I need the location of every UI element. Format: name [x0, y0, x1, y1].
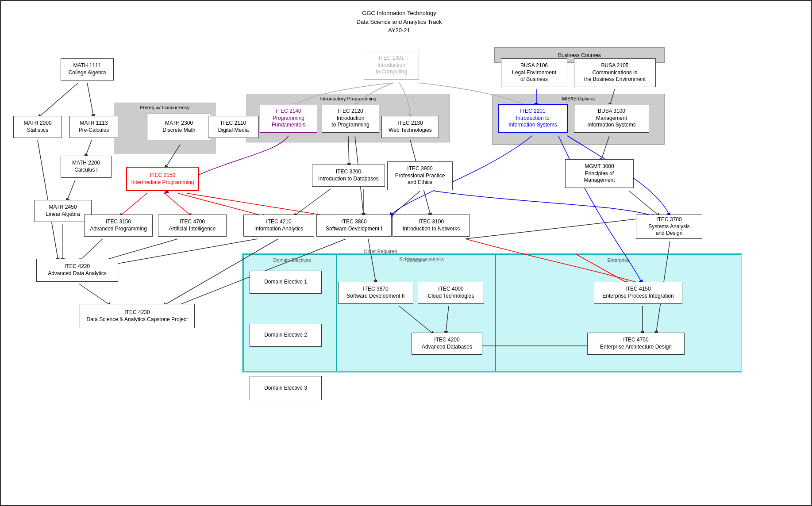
select-sequence-label: Select one sequence [399, 256, 445, 261]
svg-line-10 [187, 193, 333, 217]
svg-line-0 [38, 83, 78, 118]
domain-electives-label: Domain Electives [273, 257, 311, 263]
itec4230-node: ITEC 4230 Data Science & Analytics Capst… [80, 304, 195, 328]
svg-line-20 [293, 189, 331, 217]
itec4220-node: ITEC 4220 Advanced Data Analytics [36, 259, 118, 282]
itec3900-node: ITEC 3900 Professional Practice and Ethi… [387, 161, 453, 190]
svg-line-3 [66, 180, 75, 202]
prereq-label: Prereq w/ Concurrency [140, 105, 190, 110]
itec2110-node: ITEC 2110 Digital Media [208, 116, 259, 138]
busa2105-node: BUSA 2105 Communications in the Business… [574, 58, 656, 87]
itec2120-node: ITEC 2120 Introduction to Programming [322, 104, 379, 133]
mis-label: MIS/IS Options [562, 96, 595, 101]
svg-line-23 [466, 217, 656, 239]
intro-prog-label: Introductory Programming [320, 96, 376, 101]
de3-node: Domain Elective 3 [250, 376, 322, 400]
itec2130-node: ITEC 2130 Web Technologies [381, 116, 439, 138]
math2450-node: MATH 2450 Linear Algebra [34, 200, 92, 222]
itec4000-node: ITEC 4000 Cloud Technologies [418, 282, 484, 304]
itec1001-node: ITEC 1001 Introduction to Computing [364, 51, 419, 80]
math1113-node: MATH 1113 Pre-Calculus [69, 116, 118, 138]
svg-line-2 [85, 140, 92, 158]
itec4210-node: ITEC 4210 Information Analytics [243, 215, 314, 237]
math2000-node: MATH 2000 Statistics [13, 116, 62, 138]
mgmt3000-node: MGMT 3000 Principles of Management [565, 159, 634, 188]
de2-node: Domain Elective 2 [250, 324, 322, 347]
itec4200-node: ITEC 4200 Advanced Databases [412, 333, 482, 355]
svg-line-12 [79, 284, 112, 306]
svg-line-7 [119, 193, 147, 217]
itec4700-node: ITEC 4700 Artificial Intelligence [158, 215, 227, 237]
math1111-node: MATH 1111 College Algebra [61, 58, 114, 80]
itec2201-node: ITEC 2201 Introduction to Information Sy… [498, 104, 568, 133]
itec3700-node: ITEC 3700 Systems Analysis and Design [636, 215, 702, 239]
de1-node: Domain Elective 1 [250, 271, 322, 294]
itec3150-node: ITEC 3150 Advanced Programming [84, 215, 153, 237]
math2300-node: MATH 2300 Discrete Math [147, 114, 211, 140]
enterprise-label: Enterprise [607, 257, 629, 263]
itec3870-node: ITEC 3870 Software Development II [338, 282, 413, 304]
svg-line-8 [165, 193, 192, 217]
itec3860-node: ITEC 3860 Software Development I [316, 215, 392, 237]
svg-line-33 [390, 191, 420, 217]
svg-line-15 [103, 239, 258, 266]
itec3200-node: ITEC 3200 Introduction to Databases [312, 165, 385, 187]
busa2106-node: BUSA 2106 Legal Environment of Business [501, 58, 567, 87]
itec4750-node: ITEC 4750 Enterprise Architecture Design [587, 333, 685, 355]
itec4150-node: ITEC 4150 Enterprise Process Integration [594, 282, 682, 304]
svg-line-32 [629, 191, 660, 217]
busa3100-node: BUSA 3100 Management Information Systems [574, 104, 649, 133]
svg-line-9 [178, 193, 266, 217]
page-title: GGC Information Technology Data Science … [266, 9, 532, 35]
itec2150-node: ITEC 2150 Intermediate Programming [126, 167, 199, 191]
main-canvas: GGC Information Technology Data Science … [0, 0, 812, 506]
itec2140-node: ITEC 2140 Programming Fundamentals [260, 104, 317, 133]
itec3100-node: ITEC 3100 Introduction to Networks [393, 215, 470, 237]
business-courses-label: Business Courses [558, 52, 601, 58]
other-required-label: Other Required [364, 249, 397, 254]
math2200-node: MATH 2200 Calculus I [61, 156, 112, 178]
svg-line-1 [87, 83, 94, 118]
